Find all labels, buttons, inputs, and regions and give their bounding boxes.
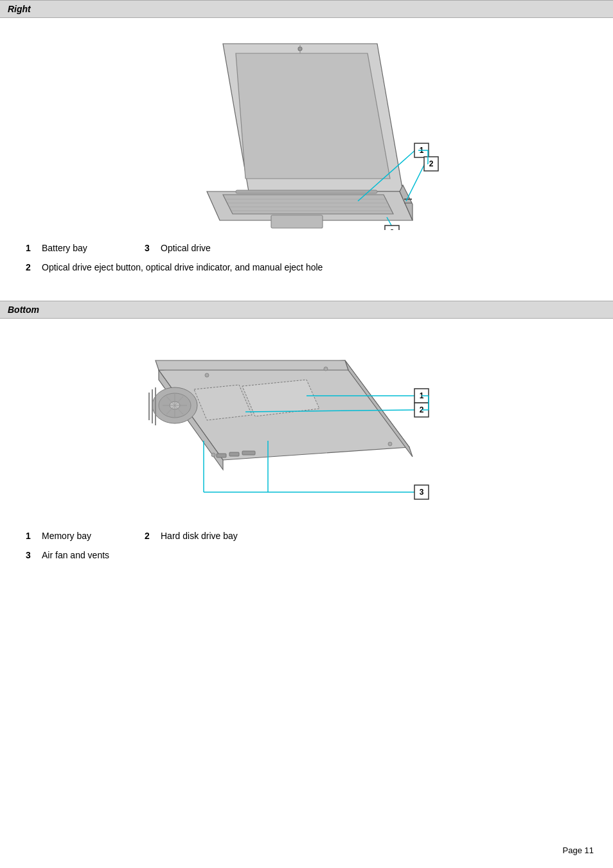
svg-marker-5 bbox=[223, 195, 393, 214]
svg-rect-47 bbox=[217, 454, 226, 457]
svg-rect-49 bbox=[242, 451, 255, 455]
svg-marker-1 bbox=[236, 53, 390, 179]
bottom-item3-label: Air fan and vents bbox=[42, 550, 109, 560]
page-number-text: Page 11 bbox=[563, 846, 594, 855]
bottom-section-content: 1 2 3 1 Memory bay bbox=[0, 319, 613, 589]
svg-marker-30 bbox=[155, 360, 348, 370]
bottom-item1-number2: 2 bbox=[145, 531, 161, 541]
right-section-content: 1 2 3 1 Battery bay 3 Optical bbox=[0, 18, 613, 301]
right-item1-number: 1 bbox=[26, 243, 42, 253]
right-diagram-container: 1 2 3 bbox=[19, 31, 594, 230]
right-item2-number: 2 bbox=[26, 262, 42, 272]
right-item1-label2: Optical drive bbox=[161, 243, 211, 253]
bottom-header-text: Bottom bbox=[8, 305, 39, 315]
right-item-row-1: 1 Battery bay 3 Optical drive bbox=[19, 243, 594, 253]
bottom-item3-number: 3 bbox=[26, 550, 42, 560]
bottom-item1-number: 1 bbox=[26, 531, 42, 541]
svg-line-18 bbox=[406, 163, 425, 201]
page-number: Page 11 bbox=[563, 846, 594, 855]
right-laptop-svg: 1 2 3 bbox=[172, 31, 441, 230]
right-item2-label: Optical drive eject button, optical driv… bbox=[42, 262, 323, 272]
svg-rect-10 bbox=[271, 215, 323, 228]
svg-text:3: 3 bbox=[420, 488, 424, 497]
svg-text:3: 3 bbox=[390, 228, 395, 230]
bottom-item-row-1: 1 Memory bay 2 Hard disk drive bay bbox=[19, 531, 594, 541]
bottom-diagram-container: 1 2 3 bbox=[19, 332, 594, 518]
svg-point-45 bbox=[211, 453, 215, 457]
right-header-text: Right bbox=[8, 4, 31, 14]
bottom-items-list: 1 Memory bay 2 Hard disk drive bay 3 Air… bbox=[19, 531, 594, 560]
bottom-section: Bottom bbox=[0, 301, 613, 589]
svg-rect-48 bbox=[229, 452, 239, 456]
right-items-list: 1 Battery bay 3 Optical drive 2 Optical … bbox=[19, 243, 594, 272]
right-section-header: Right bbox=[0, 0, 613, 18]
svg-rect-14 bbox=[236, 190, 377, 193]
svg-point-46 bbox=[388, 442, 392, 446]
right-item-row-2: 2 Optical drive eject button, optical dr… bbox=[19, 262, 594, 272]
right-item1-label: Battery bay bbox=[42, 243, 145, 253]
bottom-item1-label: Memory bay bbox=[42, 531, 145, 541]
bottom-section-header: Bottom bbox=[0, 301, 613, 319]
svg-point-3 bbox=[298, 47, 302, 51]
bottom-item-row-3: 3 Air fan and vents bbox=[19, 550, 594, 560]
bottom-laptop-svg: 1 2 3 bbox=[139, 332, 474, 518]
right-section: Right bbox=[0, 0, 613, 301]
right-item1-number2: 3 bbox=[145, 243, 161, 253]
bottom-item1-label2: Hard disk drive bay bbox=[161, 531, 238, 541]
svg-text:2: 2 bbox=[429, 159, 434, 168]
svg-point-43 bbox=[205, 373, 209, 377]
svg-point-44 bbox=[324, 367, 328, 371]
